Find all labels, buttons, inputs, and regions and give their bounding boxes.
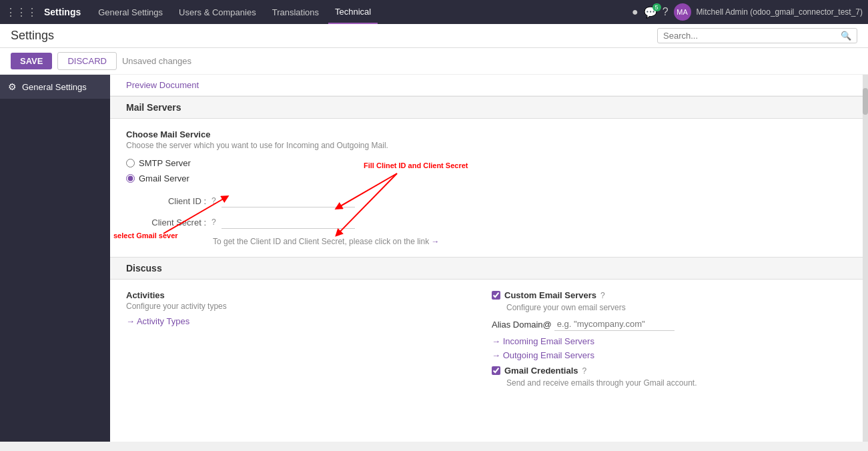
activities-title: Activities [126, 290, 481, 300]
scrollbar-track[interactable] [863, 75, 868, 442]
nav-icons: ● 💬 5 ? MA Mitchell Admin (odoo_gmail_co… [632, 3, 863, 21]
gmail-server-option[interactable]: Gmail Server [126, 173, 847, 183]
client-secret-help-icon[interactable]: ? [211, 217, 216, 227]
alias-domain-row: Alias Domain@ [492, 318, 847, 331]
gmail-radio[interactable] [126, 174, 135, 183]
client-secret-input[interactable] [222, 215, 355, 229]
client-link-row: To get the Client ID and Client Secret, … [126, 237, 847, 246]
gmail-credentials-label: Gmail Credentials [504, 366, 578, 376]
nav-technical[interactable]: Technical [328, 0, 378, 24]
sidebar: ⚙ General Settings [0, 75, 110, 442]
gmail-credentials-desc: Send and receive emails through your Gma… [506, 378, 847, 388]
client-id-row: Client ID : ? [126, 194, 847, 207]
gmail-credentials-help-icon[interactable]: ? [582, 366, 587, 376]
client-link-text: To get the Client ID and Client Secret, … [213, 237, 429, 246]
preview-doc-link[interactable]: Preview Document [126, 80, 199, 90]
chat-badge: 5 [653, 3, 661, 11]
client-id-input[interactable] [222, 194, 355, 207]
gear-icon: ⚙ [8, 81, 17, 92]
client-id-label: Client ID : [126, 196, 206, 206]
custom-email-checkbox[interactable] [492, 291, 500, 300]
discuss-grid: Activities Configure your activity types… [110, 280, 863, 398]
custom-email-desc: Configure your own email servers [506, 303, 847, 312]
custom-email-label: Custom Email Servers [504, 290, 596, 300]
smtp-radio[interactable] [126, 159, 135, 167]
toolbar: SAVE DISCARD Unsaved changes [0, 48, 868, 75]
mail-servers-header: Mail Servers [110, 96, 863, 119]
custom-email-checkbox-row: Custom Email Servers ? [492, 290, 847, 300]
main-layout: ⚙ General Settings Preview Document Mail… [0, 75, 868, 442]
help-icon[interactable]: ? [663, 6, 669, 18]
user-name[interactable]: Mitchell Admin (odoo_gmail_connector_tes… [697, 7, 863, 17]
page-header: Settings 🔍 [0, 24, 868, 48]
sidebar-item-general-settings[interactable]: ⚙ General Settings [0, 75, 110, 99]
outgoing-email-link[interactable]: Outgoing Email Servers [492, 350, 594, 360]
activities-desc: Configure your activity types [126, 302, 481, 311]
choose-mail-desc: Choose the server which you want to use … [126, 141, 847, 150]
app-name[interactable]: Settings [44, 7, 81, 17]
alias-domain-label: Alias Domain@ [492, 320, 552, 330]
client-secret-label: Client Secret : [126, 217, 206, 228]
mail-servers-body: Choose Mail Service Choose the server wh… [110, 119, 863, 257]
gmail-label: Gmail Server [139, 173, 189, 183]
smtp-server-option[interactable]: SMTP Server [126, 158, 847, 168]
client-secret-row: Client Secret : ? [126, 215, 847, 229]
incoming-email-link[interactable]: Incoming Email Servers [492, 336, 594, 346]
chat-icon[interactable]: 💬 5 [644, 6, 657, 19]
custom-email-help-icon[interactable]: ? [600, 291, 605, 300]
discuss-header: Discuss [110, 257, 863, 280]
top-navigation: ⋮⋮⋮ Settings General Settings Users & Co… [0, 0, 868, 24]
choose-mail-label: Choose Mail Service [126, 129, 847, 139]
nav-users-companies[interactable]: Users & Companies [172, 0, 263, 24]
scrollbar-thumb[interactable] [863, 88, 868, 115]
activity-icon[interactable]: ● [632, 6, 638, 18]
search-bar[interactable]: 🔍 [657, 28, 857, 43]
gmail-credentials-row: Gmail Credentials ? [492, 366, 847, 376]
main-content: Preview Document Mail Servers Choose Mai… [110, 75, 863, 442]
sidebar-item-label: General Settings [22, 82, 87, 92]
discard-button[interactable]: DISCARD [57, 52, 117, 70]
client-link[interactable]: → [432, 237, 440, 246]
search-input[interactable] [663, 31, 841, 41]
client-id-help-icon[interactable]: ? [211, 196, 216, 205]
preview-doc-section: Preview Document [110, 75, 863, 96]
page-title: Settings [11, 29, 649, 43]
activities-col: Activities Configure your activity types… [126, 290, 481, 388]
avatar[interactable]: MA [674, 3, 691, 21]
smtp-label: SMTP Server [139, 158, 191, 168]
grid-icon[interactable]: ⋮⋮⋮ [5, 6, 37, 19]
activity-types-link[interactable]: Activity Types [126, 316, 189, 326]
custom-email-col: Custom Email Servers ? Configure your ow… [492, 290, 847, 388]
unsaved-changes-text: Unsaved changes [122, 56, 191, 66]
mail-service-radio-group: SMTP Server Gmail Server [126, 158, 847, 183]
gmail-credentials-checkbox[interactable] [492, 366, 500, 375]
nav-translations[interactable]: Translations [266, 0, 326, 24]
save-button[interactable]: SAVE [11, 53, 52, 69]
search-icon: 🔍 [841, 31, 851, 41]
nav-general-settings[interactable]: General Settings [91, 0, 169, 24]
content-wrapper: Preview Document Mail Servers Choose Mai… [110, 75, 868, 442]
alias-domain-input[interactable] [554, 318, 675, 331]
